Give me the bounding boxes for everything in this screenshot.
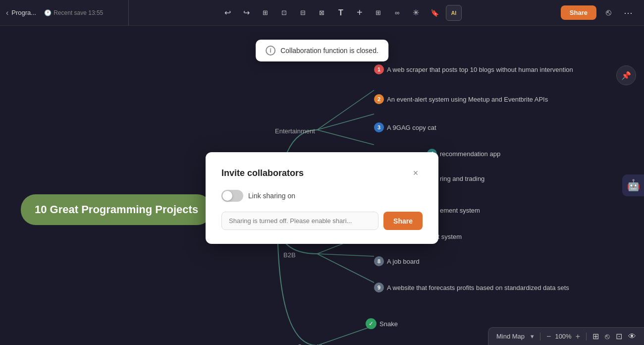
clock-icon: 🕐: [44, 9, 52, 16]
pin-button[interactable]: 📌: [616, 65, 636, 85]
layout-tool[interactable]: ⊠: [314, 5, 330, 21]
eye-icon[interactable]: 👁: [628, 332, 636, 341]
right-node-3[interactable]: 3 A 9GAG copy cat: [374, 122, 436, 132]
modal-share-button[interactable]: Share: [383, 212, 423, 230]
link-sharing-label: Link sharing on: [248, 192, 295, 200]
layout-icon[interactable]: ⊞: [592, 332, 599, 341]
share-input-row: Share: [221, 212, 423, 230]
zoom-in-button[interactable]: +: [576, 332, 580, 341]
note-tool[interactable]: ⊞: [371, 5, 386, 21]
share-button[interactable]: Share: [561, 5, 596, 20]
zoom-controls: − 100% +: [546, 332, 580, 341]
canvas: 10 Great Programming Projects Entertainm…: [0, 26, 644, 345]
node-circle-2: 2: [374, 94, 384, 104]
robot-icon[interactable]: 🤖: [622, 174, 644, 196]
pin-tool[interactable]: ✳: [408, 5, 424, 21]
svg-line-5: [317, 254, 374, 256]
main-node[interactable]: 10 Great Programming Projects: [21, 194, 212, 225]
main-node-label: 10 Great Programming Projects: [35, 203, 198, 216]
branch-b2b: B2B: [283, 251, 296, 259]
frame-tool[interactable]: ⊡: [276, 5, 292, 21]
node-circle-8: 8: [374, 256, 384, 266]
zoom-level-label: 100%: [555, 333, 571, 340]
modal-close-button[interactable]: ×: [409, 166, 423, 180]
redo-button[interactable]: ↪: [239, 5, 255, 21]
toggle-knob: [222, 191, 232, 201]
bottom-bar: Mind Map ▾ − 100% + ⊞ ⎋ ⊡ 👁: [488, 327, 644, 345]
divider-2: [586, 333, 587, 341]
branch-entertainment: Entertainment: [275, 127, 315, 135]
toolbar-center: ↩ ↪ ⊞ ⊡ ⊟ ⊠ T + ⊞ ∞ ✳ 🔖 AI: [129, 5, 553, 21]
invite-collaborators-modal: Invite collaborators × Link sharing on S…: [206, 152, 438, 244]
collaboration-banner: i Collaboration function is closed.: [256, 40, 388, 61]
right-node-2[interactable]: 2 An event-alert system using Meetup and…: [374, 94, 548, 104]
share-icon[interactable]: ⎋: [605, 332, 610, 341]
link-sharing-toggle[interactable]: [221, 190, 243, 202]
undo-button[interactable]: ↩: [220, 5, 236, 21]
back-button[interactable]: ‹ Progra...: [6, 8, 36, 17]
export-button[interactable]: ⎋: [600, 5, 616, 21]
toolbar: ‹ Progra... 🕐 Recent save 13:55 ↩ ↪ ⊞ ⊡ …: [0, 0, 644, 26]
snake-node[interactable]: ✓ Snake: [366, 318, 398, 329]
modal-header: Invite collaborators ×: [221, 166, 423, 180]
map-type-label[interactable]: Mind Map: [496, 333, 525, 340]
fullscreen-icon[interactable]: ⊡: [616, 332, 622, 341]
node-circle-9: 9: [374, 283, 384, 292]
zoom-out-button[interactable]: −: [546, 332, 551, 341]
right-node-8[interactable]: 8 A job board: [374, 256, 420, 266]
map-type-chevron-icon: ▾: [531, 333, 534, 340]
add-tool[interactable]: +: [352, 5, 368, 21]
collab-banner-text: Collaboration function is closed.: [280, 47, 378, 55]
more-options-button[interactable]: ⋯: [620, 5, 636, 21]
pin-icon: 📌: [621, 71, 631, 80]
right-node-1[interactable]: 1 A web scraper that posts top 10 blogs …: [374, 64, 573, 74]
svg-line-3: [317, 130, 374, 145]
ai-tool[interactable]: AI: [446, 5, 462, 21]
node-circle-3: 3: [374, 122, 384, 132]
save-status-text: Recent save 13:55: [54, 9, 103, 16]
toolbar-left: ‹ Progra... 🕐 Recent save 13:55: [0, 0, 129, 25]
select-tool[interactable]: ⊞: [258, 5, 273, 21]
snake-label: Snake: [379, 320, 398, 328]
text-tool[interactable]: T: [333, 5, 349, 21]
snake-icon: ✓: [366, 318, 376, 329]
branch-game-ideas: Game Ideas: [297, 343, 332, 345]
modal-title: Invite collaborators: [221, 168, 304, 178]
document-title: Progra...: [11, 9, 36, 16]
divider-1: [540, 333, 540, 341]
robot-emoji-icon: 🤖: [627, 179, 640, 192]
link-tool[interactable]: ∞: [389, 5, 405, 21]
share-link-input[interactable]: [221, 212, 378, 230]
svg-line-2: [317, 114, 374, 130]
link-sharing-row: Link sharing on: [221, 190, 423, 202]
info-icon: i: [266, 46, 275, 56]
right-node-9[interactable]: 9 A website that forecasts profits based…: [374, 283, 569, 292]
bookmark-tool[interactable]: 🔖: [427, 5, 443, 21]
toolbar-right: Share ⎋ ⋯: [553, 5, 644, 21]
connect-tool[interactable]: ⊟: [295, 5, 311, 21]
node-circle-1: 1: [374, 64, 384, 74]
svg-line-1: [317, 90, 374, 130]
svg-line-6: [317, 254, 374, 283]
save-status: 🕐 Recent save 13:55: [44, 9, 103, 16]
back-arrow-icon: ‹: [6, 8, 8, 17]
